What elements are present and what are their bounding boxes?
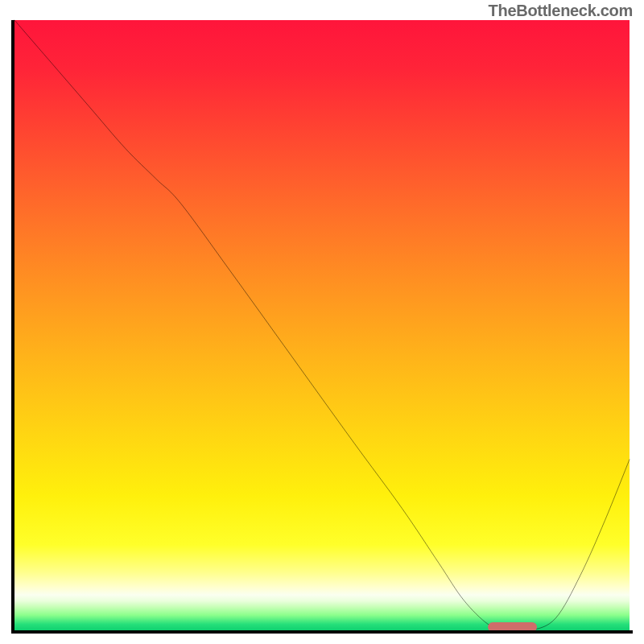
x-axis (11, 630, 633, 634)
watermark-text: TheBottleneck.com (489, 2, 633, 20)
chart-frame: TheBottleneck.com (0, 0, 644, 644)
plot-area (14, 20, 630, 630)
bottleneck-curve (14, 20, 630, 630)
y-axis (11, 20, 14, 634)
